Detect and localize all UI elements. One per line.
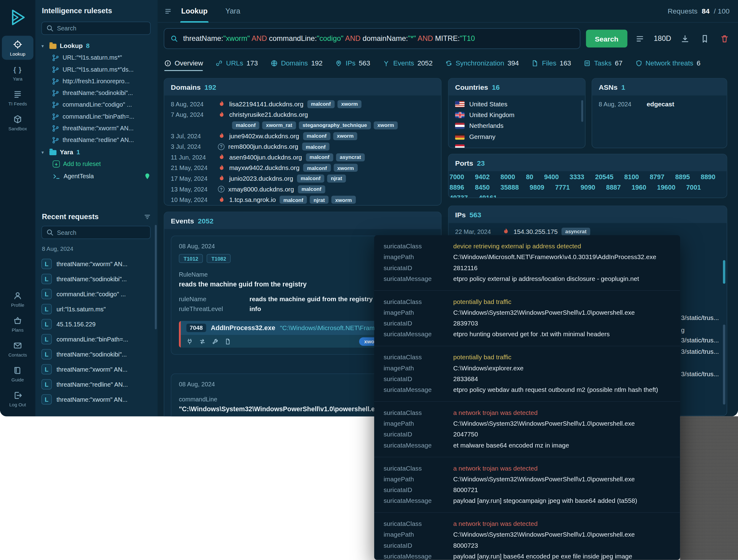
port-value[interactable]: 8887 — [606, 183, 621, 191]
indicator-row[interactable]: 11 Jun, 2024asen9400jun.duckdns.orgmalco… — [171, 152, 434, 162]
recent-search-input[interactable]: Search — [41, 226, 151, 239]
indicator-row[interactable]: 7 Aug, 2024christyrusike21.duckdns.org — [171, 109, 434, 120]
query-history-icon[interactable] — [633, 32, 647, 46]
tab-files[interactable]: Files163 — [532, 55, 571, 71]
rail-item-plans[interactable]: Plans — [2, 312, 33, 336]
recent-request-item[interactable]: LcommandLine:"binPath=... — [41, 332, 153, 347]
port-value[interactable]: 7001 — [686, 183, 701, 191]
country-row[interactable]: United Kingdom — [455, 110, 579, 120]
add-to-ruleset-button[interactable]: + Add to ruleset — [41, 158, 154, 170]
tab-urls[interactable]: URLs173 — [216, 55, 258, 71]
tag-malconf[interactable]: malconf — [280, 196, 307, 204]
indicator-row[interactable]: 21 May, 2024mayxw9402.duckdns.orgmalconf… — [171, 162, 434, 173]
top-tab-lookup[interactable]: Lookup — [180, 0, 209, 22]
ruleset-item[interactable]: threatName:"redline" AN... — [41, 134, 154, 146]
delete-icon[interactable] — [717, 32, 732, 46]
tab-overview[interactable]: Overview — [164, 55, 203, 71]
tab-tasks[interactable]: Tasks67 — [584, 55, 622, 71]
tag-asyncrat[interactable]: asyncrat — [562, 228, 591, 236]
recent-request-item[interactable]: LthreatName:"sodinokibi"... — [41, 271, 153, 287]
rail-item-sandbox[interactable]: Sandbox — [2, 111, 33, 135]
tag-malconf[interactable]: malconf — [297, 174, 324, 182]
tag-njrat[interactable]: njrat — [327, 174, 346, 182]
ips-card-header[interactable]: IPs 563 — [449, 206, 727, 223]
tag-xworm[interactable]: xworm — [337, 100, 362, 108]
ruleset-item[interactable]: commandLine:"binPath=... — [41, 111, 154, 122]
events-card-header[interactable]: Events 2052 — [164, 212, 441, 229]
pin-icon[interactable] — [143, 172, 151, 180]
ruleset-item[interactable]: threatName:"sodinokibi"... — [41, 87, 154, 99]
indicator-row[interactable]: 3 Jul, 2024?rem8000jun.duckdns.orgmalcon… — [171, 141, 434, 152]
port-value[interactable]: 9402 — [475, 173, 490, 180]
indicator-row[interactable]: 17 May, 2024junio2023.duckdns.orgmalconf… — [171, 173, 434, 184]
recent-request-item[interactable]: LcommandLine:"codigo" ... — [41, 287, 153, 302]
ports-card-header[interactable]: Ports 23 — [449, 154, 727, 171]
port-value[interactable]: 9090 — [581, 183, 595, 191]
recent-request-item[interactable]: L45.15.156.229 — [41, 317, 153, 332]
indicator-row[interactable]: 13 May, 2024?xmay8000.duckdns.orgmalconf — [171, 184, 434, 194]
tag-malconf[interactable]: malconf — [302, 143, 329, 151]
tag-malconf[interactable]: malconf — [298, 185, 325, 193]
period-selector[interactable]: 180D — [653, 34, 672, 43]
tag-xworm[interactable]: xworm — [333, 164, 358, 172]
query-input[interactable]: threatName:"xworm" AND commandLine:"codi… — [164, 28, 580, 49]
suricata-entry[interactable]: suricataClasspotentially bad trafficimag… — [374, 291, 680, 347]
suricata-entry[interactable]: suricataClassa network trojan was detect… — [374, 402, 680, 457]
rail-item-guide[interactable]: Guide — [2, 362, 33, 386]
tag-xworm[interactable]: xworm — [332, 196, 356, 204]
ruleset-item[interactable]: commandLine:"codigo" ... — [41, 99, 154, 110]
folder-yara[interactable]: ▾ Yara 1 — [41, 146, 154, 158]
suricata-entry[interactable]: suricataClassa network trojan was detect… — [374, 457, 680, 513]
country-row[interactable] — [455, 142, 579, 148]
tag-njrat[interactable]: njrat — [310, 196, 329, 204]
port-value[interactable]: 7771 — [555, 183, 570, 191]
anyrun-logo-icon[interactable] — [7, 6, 28, 28]
tag-asyncrat[interactable]: asyncrat — [336, 153, 365, 161]
port-value[interactable]: 7000 — [449, 173, 464, 180]
tab-network-threats[interactable]: Network threats6 — [635, 55, 701, 71]
ruleset-item[interactable]: http://fresh1.ironorepro... — [41, 75, 154, 87]
recent-request-item[interactable]: LthreatName:"xworm" AN... — [41, 392, 153, 407]
tag-malconf[interactable]: malconf — [303, 164, 331, 172]
port-value[interactable]: 49737 — [449, 194, 468, 198]
tab-synchronization[interactable]: Synchronization394 — [445, 55, 519, 71]
port-value[interactable]: 8890 — [701, 173, 716, 180]
rulesets-search-input[interactable]: Search — [41, 22, 151, 35]
port-value[interactable]: 8100 — [624, 173, 639, 180]
rail-item-ti-feeds[interactable]: TI Feeds — [2, 86, 33, 110]
tag-xworm[interactable]: xworm — [374, 121, 398, 129]
rail-item-profile[interactable]: Profile — [2, 287, 33, 311]
recent-request-item[interactable]: LthreatName:"xworm" AN... — [41, 256, 153, 271]
port-value[interactable]: 20545 — [595, 173, 614, 180]
port-value[interactable]: 8000 — [500, 173, 515, 180]
tag-xworm-rat[interactable]: xworm_rat — [262, 121, 296, 129]
process-tools-icon[interactable] — [212, 338, 218, 345]
recent-request-item[interactable]: LthreatName:"sodinokibi"... — [41, 347, 153, 362]
search-button[interactable]: Search — [586, 29, 627, 47]
tag-malconf[interactable]: malconf — [303, 132, 330, 140]
tag-xworm[interactable]: xworm — [333, 132, 357, 140]
indicator-row[interactable]: 10 May, 20241.tcp.sa.ngrok.iomalconfnjra… — [171, 194, 434, 205]
suricata-entry[interactable]: suricataClasspotentially bad trafficimag… — [374, 347, 680, 402]
asn-row[interactable]: 8 Aug, 2024edgecast — [599, 99, 720, 109]
ruleset-item[interactable]: URL:"*l1s.saturn.ms*"ds... — [41, 64, 154, 75]
port-value[interactable]: 80 — [526, 173, 533, 180]
ruleset-item[interactable]: threatName:"xworm" AN... — [41, 122, 154, 134]
tab-ips[interactable]: IPs563 — [335, 55, 370, 71]
bookmark-icon[interactable] — [697, 32, 712, 46]
country-row[interactable]: Netherlands — [455, 120, 579, 131]
ruleset-item[interactable]: URL:"*l1s.saturn.ms*" — [41, 52, 154, 63]
port-value[interactable]: 19600 — [657, 183, 676, 191]
port-value[interactable]: 49161 — [479, 194, 497, 198]
panel-scrollbar[interactable] — [155, 225, 157, 330]
tag-steganography-technique[interactable]: steganography_technique — [299, 121, 371, 129]
port-value[interactable]: 35888 — [500, 183, 519, 191]
rail-item-yara[interactable]: { }Yara — [2, 61, 33, 84]
suricata-entry[interactable]: suricataClassa network trojan was detect… — [374, 513, 680, 560]
domains-card-header[interactable]: Domains 192 — [164, 79, 441, 96]
port-value[interactable]: 8797 — [650, 173, 665, 180]
process-report-icon[interactable] — [225, 338, 231, 345]
process-network-icon[interactable] — [187, 338, 193, 345]
tag-malconf[interactable]: malconf — [307, 100, 335, 108]
download-icon[interactable] — [678, 32, 692, 46]
